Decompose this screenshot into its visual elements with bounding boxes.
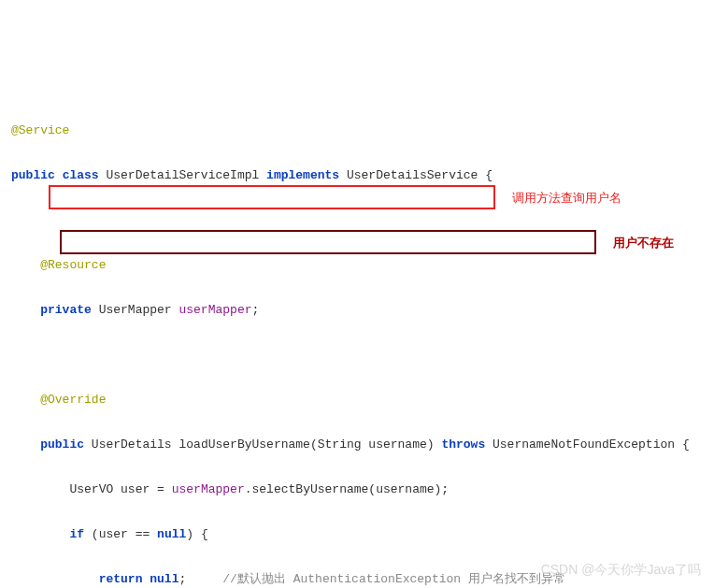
type: String bbox=[318, 437, 362, 452]
semi: ; bbox=[178, 572, 186, 586]
anno-override: @Override bbox=[40, 393, 106, 407]
anno-resource: @Resource bbox=[40, 258, 106, 272]
kw: private bbox=[40, 303, 92, 317]
kw: public bbox=[11, 168, 55, 182]
type: UserDetails bbox=[92, 437, 172, 452]
kw: return bbox=[99, 572, 143, 586]
cond: (user == bbox=[92, 527, 150, 541]
annotation-lookup: 调用方法查询用户名 bbox=[512, 187, 621, 209]
var: user bbox=[121, 482, 150, 496]
highlight-box-dark bbox=[60, 230, 596, 254]
brace: { bbox=[485, 168, 493, 182]
kw: throws bbox=[441, 437, 485, 452]
anno-service: @Service bbox=[11, 123, 69, 137]
annotation-notfound: 用户不存在 bbox=[613, 232, 674, 254]
kw: if bbox=[69, 527, 84, 541]
iface-name: UserDetailsService bbox=[347, 168, 478, 182]
brace: { bbox=[682, 437, 690, 452]
kw: implements bbox=[266, 168, 339, 182]
null: null bbox=[150, 572, 178, 586]
class-name: UserDetailServiceImpl bbox=[106, 168, 259, 182]
cond: ) { bbox=[186, 527, 207, 541]
kw: class bbox=[63, 168, 99, 182]
semi: ; bbox=[251, 303, 259, 317]
call: .selectByUsername(username); bbox=[245, 482, 449, 496]
exc: UsernameNotFoundException bbox=[493, 437, 675, 452]
comment: //默认抛出 AuthenticationException 用户名找不到异常 bbox=[222, 572, 565, 586]
code-block: @Service public class UserDetailServiceI… bbox=[7, 97, 714, 588]
highlight-box-red bbox=[49, 185, 495, 209]
kw: public bbox=[40, 437, 84, 452]
type: UserVO bbox=[69, 482, 113, 496]
method-name: loadUserByUsername bbox=[178, 437, 309, 452]
field: userMapper bbox=[178, 303, 251, 317]
op: = bbox=[157, 482, 164, 496]
param: username bbox=[368, 437, 426, 452]
null: null bbox=[157, 527, 186, 541]
field: userMapper bbox=[172, 482, 245, 496]
type: UserMapper bbox=[99, 303, 172, 317]
